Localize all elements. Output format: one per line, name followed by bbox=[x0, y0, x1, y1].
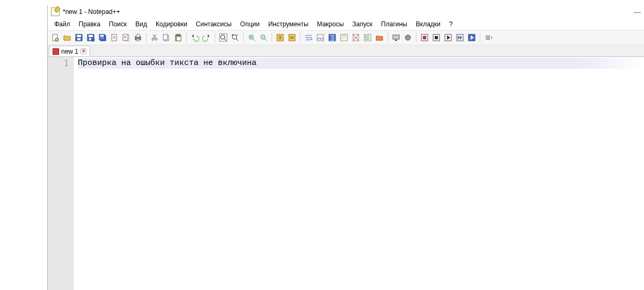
menu-?[interactable]: ? bbox=[445, 19, 457, 29]
folder-icon bbox=[375, 33, 384, 42]
menu-опции[interactable]: Опции bbox=[236, 19, 264, 29]
cut-button[interactable] bbox=[149, 32, 160, 43]
save-icon bbox=[75, 33, 83, 42]
save-copy-button[interactable] bbox=[85, 32, 96, 43]
close-icon bbox=[110, 33, 119, 42]
play-macro-icon bbox=[444, 33, 452, 42]
save-button[interactable] bbox=[74, 32, 84, 43]
rec-macro-button[interactable] bbox=[419, 32, 430, 43]
redo-button[interactable] bbox=[201, 32, 212, 43]
menubar: ФайлПравкаПоискВидКодировкиСинтаксисыОпц… bbox=[48, 18, 644, 30]
open-file-button[interactable] bbox=[62, 32, 72, 43]
indent-guide-icon bbox=[328, 33, 336, 42]
svg-rect-23 bbox=[177, 34, 180, 36]
show-ws-button[interactable] bbox=[315, 32, 326, 43]
close-button[interactable] bbox=[109, 32, 120, 43]
unsaved-icon bbox=[53, 48, 59, 55]
func-list-button[interactable] bbox=[362, 32, 373, 43]
toolbar-separator bbox=[300, 33, 301, 42]
clear-icon bbox=[404, 33, 412, 42]
svg-rect-16 bbox=[136, 34, 140, 37]
menu-вид[interactable]: Вид bbox=[131, 19, 151, 29]
menu-кодировки[interactable]: Кодировки bbox=[151, 19, 192, 29]
line-gutter: 1 bbox=[48, 57, 74, 290]
menu-вкладки[interactable]: Вкладки bbox=[412, 19, 445, 29]
editor-area: 1 Провирка на ошыбки тикста не включина bbox=[48, 57, 644, 290]
find-replace-button[interactable] bbox=[230, 32, 240, 43]
window-title: *new 1 - Notepad++ bbox=[63, 8, 120, 16]
menu-макросы[interactable]: Макросы bbox=[313, 19, 348, 29]
tab-close-button[interactable]: ✕ bbox=[80, 48, 86, 54]
menu-плагины[interactable]: Плагины bbox=[377, 19, 412, 29]
clear-button[interactable] bbox=[402, 32, 413, 43]
menu-запуск[interactable]: Запуск bbox=[348, 19, 377, 29]
stop-macro-button[interactable] bbox=[431, 32, 442, 43]
sync-v-icon bbox=[276, 33, 284, 42]
play-macro-button[interactable] bbox=[443, 32, 453, 43]
menu-правка[interactable]: Правка bbox=[75, 19, 105, 29]
new-file-button[interactable] bbox=[50, 32, 61, 43]
doc-map-button[interactable] bbox=[350, 32, 361, 43]
lang-panel-button[interactable] bbox=[339, 32, 349, 43]
save-all-button[interactable] bbox=[97, 32, 108, 43]
svg-line-31 bbox=[253, 39, 255, 41]
print-icon bbox=[134, 33, 142, 42]
zoom-out-icon bbox=[259, 33, 268, 42]
svg-rect-21 bbox=[163, 34, 167, 40]
svg-line-33 bbox=[265, 39, 267, 41]
undo-button[interactable] bbox=[189, 32, 200, 43]
toolbar-separator bbox=[146, 33, 147, 42]
titlebar: *new 1 - Notepad++ ― bbox=[48, 5, 644, 18]
toolbar-separator bbox=[387, 33, 388, 42]
svg-point-50 bbox=[365, 37, 366, 38]
svg-point-49 bbox=[365, 35, 366, 37]
menu-поиск[interactable]: Поиск bbox=[105, 19, 131, 29]
menu-файл[interactable]: Файл bbox=[50, 19, 75, 29]
svg-point-28 bbox=[232, 35, 237, 39]
menu-инструменты[interactable]: Инструменты bbox=[264, 19, 313, 29]
copy-icon bbox=[162, 33, 171, 42]
svg-point-25 bbox=[221, 35, 225, 39]
sync-v-button[interactable] bbox=[275, 32, 286, 43]
print-button[interactable] bbox=[133, 32, 143, 43]
close-all-button[interactable] bbox=[121, 32, 131, 43]
toolbar-separator bbox=[215, 33, 215, 42]
svg-rect-52 bbox=[393, 35, 399, 39]
svg-rect-35 bbox=[281, 34, 283, 41]
find-icon bbox=[219, 33, 228, 42]
svg-rect-53 bbox=[395, 40, 397, 41]
svg-rect-4 bbox=[77, 38, 80, 40]
func-list-icon bbox=[363, 33, 372, 42]
window-controls: ― bbox=[634, 8, 641, 16]
toolbar-separator bbox=[243, 33, 244, 42]
menu-overflow-button[interactable] bbox=[483, 32, 494, 43]
svg-line-29 bbox=[236, 39, 238, 41]
minimize-button[interactable]: ― bbox=[634, 8, 641, 16]
tab-new-1[interactable]: new 1✕ bbox=[49, 46, 90, 56]
svg-rect-17 bbox=[136, 39, 140, 41]
paste-icon bbox=[174, 33, 182, 42]
find-replace-icon bbox=[231, 33, 239, 42]
menu-синтаксисы[interactable]: Синтаксисы bbox=[192, 19, 236, 29]
paste-button[interactable] bbox=[173, 32, 184, 43]
app-icon bbox=[51, 8, 60, 16]
text-surface[interactable]: Провирка на ошыбки тикста не включина bbox=[74, 57, 644, 290]
indent-guide-button[interactable] bbox=[327, 32, 338, 43]
wrap-button[interactable] bbox=[303, 32, 314, 43]
svg-point-56 bbox=[423, 36, 426, 39]
save-all-icon bbox=[98, 33, 107, 42]
tab-label: new 1 bbox=[61, 48, 78, 55]
save-macro-button[interactable] bbox=[466, 32, 477, 43]
zoom-out-button[interactable] bbox=[258, 32, 269, 43]
play-macro-multi-button[interactable] bbox=[455, 32, 465, 43]
monitor-button[interactable] bbox=[391, 32, 401, 43]
text-line[interactable]: Провирка на ошыбки тикста не включина bbox=[78, 58, 641, 69]
toolbar-separator bbox=[272, 33, 272, 42]
folder-button[interactable] bbox=[374, 32, 385, 43]
toolbar bbox=[48, 30, 644, 45]
svg-point-8 bbox=[91, 38, 94, 41]
zoom-in-button[interactable] bbox=[246, 32, 257, 43]
sync-h-button[interactable] bbox=[287, 32, 297, 43]
find-button[interactable] bbox=[218, 32, 229, 43]
copy-button[interactable] bbox=[161, 32, 172, 43]
